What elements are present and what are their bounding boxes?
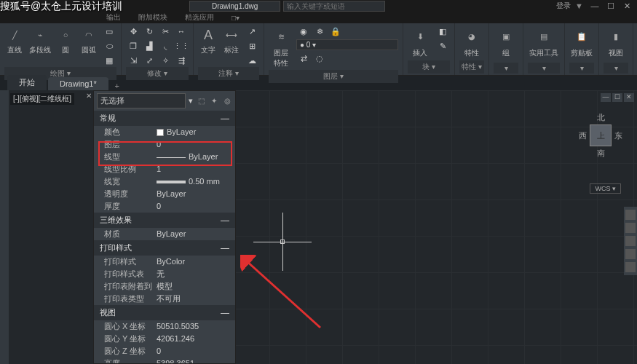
- tab-drawing[interactable]: Drawing1*: [48, 77, 108, 90]
- props-row[interactable]: 圆心 Y 坐标42061.246: [94, 333, 235, 345]
- selection-combo[interactable]: 无选择: [97, 93, 186, 108]
- tab-start[interactable]: 开始: [7, 75, 47, 90]
- table-button[interactable]: ⊞: [245, 39, 259, 52]
- viewport-label[interactable]: [-][俯视][二维线框]: [10, 93, 74, 105]
- viewcube-east[interactable]: 东: [614, 130, 622, 141]
- ribbon-group-layer: ≋图层 特性 ◉ ❄ 🔒 ● 0 ▾ ⇄ ◌ 图层 ▾: [264, 23, 403, 75]
- rotate-button[interactable]: ↻: [142, 25, 157, 38]
- props-row[interactable]: 材质ByLayer: [94, 228, 235, 240]
- view-button[interactable]: ▮视图: [604, 25, 628, 60]
- group-label[interactable]: 特性 ▾: [459, 60, 484, 74]
- close-button[interactable]: ✕: [620, 1, 634, 11]
- move-button[interactable]: ✥: [126, 25, 141, 38]
- pick-add-button[interactable]: ✦: [209, 96, 219, 106]
- maximize-button[interactable]: ☐: [604, 1, 618, 11]
- group-button[interactable]: ▣组: [494, 25, 518, 60]
- leader-button[interactable]: ↗: [245, 25, 259, 38]
- toggle-pickbox-button[interactable]: ◎: [222, 96, 232, 106]
- group-label[interactable]: 注释 ▾: [198, 67, 259, 80]
- block-edit-button[interactable]: ✎: [435, 39, 450, 52]
- menu-tab[interactable]: 精选应用: [181, 11, 218, 24]
- block-create-button[interactable]: ◧: [435, 25, 450, 38]
- group-label[interactable]: 修改 ▾: [126, 67, 189, 80]
- props-row[interactable]: 高度5398.3651: [94, 357, 235, 363]
- props-row[interactable]: 打印表附着到模型: [94, 280, 235, 293]
- props-section-header[interactable]: 视图—: [94, 305, 235, 320]
- hatch-button[interactable]: ▦: [102, 54, 116, 67]
- menu-tab-dropdown[interactable]: □▾: [227, 12, 244, 23]
- dimension-button[interactable]: ⟷标注: [221, 25, 242, 57]
- text-button[interactable]: A文字: [198, 25, 218, 57]
- props-row[interactable]: 打印表类型不可用: [94, 293, 235, 305]
- nav-orbit-button[interactable]: [625, 249, 636, 259]
- props-row[interactable]: 厚度0: [94, 200, 235, 213]
- group-label[interactable]: 块 ▾: [408, 60, 450, 74]
- stretch-button[interactable]: ⇲: [126, 54, 141, 67]
- viewcube-top[interactable]: 上: [590, 124, 612, 146]
- mirror-button[interactable]: ▟: [142, 39, 157, 52]
- arc-button[interactable]: ◠圆弧: [79, 25, 99, 57]
- viewcube[interactable]: 北 西 上 东 南: [579, 112, 622, 170]
- cloud-button[interactable]: ☁: [245, 54, 259, 67]
- nav-pan-button[interactable]: [625, 223, 636, 233]
- array-button[interactable]: ⋮⋮: [174, 39, 189, 52]
- props-section-header[interactable]: 常规—: [94, 111, 235, 126]
- util-button[interactable]: ▤实用工具: [528, 25, 560, 60]
- layer-props-button[interactable]: ≋图层 特性: [269, 25, 293, 70]
- layer-freeze-button[interactable]: ❄: [312, 25, 327, 38]
- polyline-button[interactable]: ⌁多段线: [28, 25, 52, 57]
- viewport-minimize[interactable]: —: [601, 93, 611, 102]
- line-button[interactable]: ╱直线: [4, 25, 25, 57]
- minimize-button[interactable]: —: [587, 1, 602, 11]
- props-row[interactable]: 透明度ByLayer: [94, 188, 235, 200]
- viewport-close[interactable]: ✕: [624, 93, 634, 102]
- rect-button[interactable]: ▭: [102, 25, 116, 38]
- extend-button[interactable]: ↔: [174, 25, 189, 38]
- nav-zoom-button[interactable]: [625, 236, 636, 246]
- layer-off-button[interactable]: ◌: [312, 52, 327, 65]
- dropdown-icon[interactable]: ▾: [189, 96, 193, 106]
- props-row[interactable]: 线宽0.50 mm: [94, 175, 235, 188]
- copy-button[interactable]: ❐: [126, 39, 141, 52]
- viewcube-west[interactable]: 西: [579, 130, 587, 141]
- nav-showmotion-button[interactable]: [625, 262, 636, 272]
- scale-button[interactable]: ⤢: [142, 54, 157, 67]
- nav-wheel-button[interactable]: [625, 210, 636, 220]
- layer-match-button[interactable]: ⇄: [296, 52, 311, 65]
- ellipse-button[interactable]: ⬭: [102, 39, 116, 52]
- group-icon: ▣: [495, 26, 517, 47]
- props-section-header[interactable]: 三维效果—: [94, 213, 235, 228]
- props-row[interactable]: 圆心 Z 坐标0: [94, 345, 235, 357]
- layer-iso-button[interactable]: ◉: [296, 25, 311, 38]
- clipboard-button[interactable]: 📋剪贴板: [569, 25, 594, 60]
- props-row[interactable]: 打印样式ByColor: [94, 256, 235, 268]
- tab-add-button[interactable]: +: [110, 82, 124, 90]
- search-input[interactable]: [283, 1, 385, 12]
- trim-button[interactable]: ✂: [158, 25, 173, 38]
- fillet-button[interactable]: ◟: [158, 39, 173, 52]
- viewport-restore[interactable]: ☐: [612, 93, 622, 102]
- panel-close-button[interactable]: ✕: [86, 92, 92, 100]
- props-button[interactable]: ◕特性: [459, 25, 484, 60]
- props-section-header[interactable]: 打印样式—: [94, 240, 235, 256]
- layer-lock-button[interactable]: 🔒: [328, 25, 343, 38]
- menu-tab[interactable]: 附加模块: [134, 11, 172, 24]
- circle-button[interactable]: ○圆: [55, 25, 76, 57]
- props-row[interactable]: 圆心 X 坐标50510.5035: [94, 320, 235, 333]
- viewcube-south[interactable]: 南: [597, 148, 605, 159]
- wcs-label[interactable]: WCS ▾: [590, 183, 621, 194]
- ribbon-group-group: ▣组 ▾: [489, 23, 523, 75]
- group-label[interactable]: 图层 ▾: [269, 70, 398, 83]
- props-row[interactable]: 打印样式表无: [94, 268, 235, 280]
- login-link[interactable]: 登录: [556, 1, 571, 11]
- quick-select-button[interactable]: ⬚: [196, 96, 206, 106]
- props-row[interactable]: 颜色ByLayer: [94, 126, 235, 138]
- offset-button[interactable]: ⇶: [174, 54, 189, 67]
- layer-combo[interactable]: ● 0 ▾: [296, 39, 398, 50]
- explode-button[interactable]: ✧: [158, 54, 173, 67]
- dropdown-icon[interactable]: ▼: [575, 1, 583, 10]
- insert-button[interactable]: ⬇插入: [408, 25, 432, 60]
- ribbon-group-clipboard: 📋剪贴板 ▾: [565, 23, 599, 75]
- viewcube-north[interactable]: 北: [597, 112, 605, 123]
- drawing-canvas[interactable]: — ☐ ✕: [233, 90, 637, 364]
